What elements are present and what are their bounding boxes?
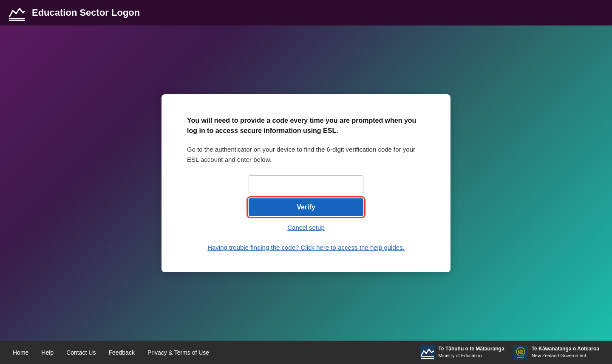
footer-link-contact[interactable]: Contact Us	[66, 349, 96, 356]
footer-moe-text: Te Tāhuhu o te Mātauranga Ministry of Ed…	[439, 345, 504, 359]
page-title: Education Sector Logon	[32, 7, 140, 18]
footer-logo-nzg: NZ Te Kāwanatanga o Aotearoa New Zealand…	[513, 345, 599, 360]
footer: Home Help Contact Us Feedback Privacy & …	[0, 341, 612, 364]
footer-link-home[interactable]: Home	[13, 349, 28, 356]
verify-button[interactable]: Verify	[249, 198, 363, 216]
footer-nav: Home Help Contact Us Feedback Privacy & …	[13, 349, 420, 356]
verification-card: You will need to provide a code every ti…	[162, 94, 450, 272]
header: Education Sector Logon	[0, 0, 612, 25]
svg-rect-3	[420, 345, 435, 360]
help-link[interactable]: Having trouble finding the code? Click h…	[187, 244, 425, 251]
header-logo	[8, 4, 26, 21]
footer-logos: Te Tāhuhu o te Mātauranga Ministry of Ed…	[420, 345, 600, 360]
footer-logo-moe: Te Tāhuhu o te Mātauranga Ministry of Ed…	[420, 345, 504, 360]
cancel-setup-link[interactable]: Cancel setup	[187, 224, 425, 231]
footer-link-help[interactable]: Help	[41, 349, 54, 356]
card-heading: You will need to provide a code every ti…	[187, 116, 425, 136]
footer-link-privacy[interactable]: Privacy & Terms of Use	[147, 349, 209, 356]
footer-nzg-text: Te Kāwanatanga o Aotearoa New Zealand Go…	[532, 345, 599, 359]
verification-code-input[interactable]	[249, 175, 363, 193]
main-content: You will need to provide a code every ti…	[0, 25, 612, 341]
card-description: Go to the authenticator on your device t…	[187, 144, 425, 165]
footer-link-feedback[interactable]: Feedback	[108, 349, 134, 356]
svg-text:NZ: NZ	[518, 350, 523, 355]
